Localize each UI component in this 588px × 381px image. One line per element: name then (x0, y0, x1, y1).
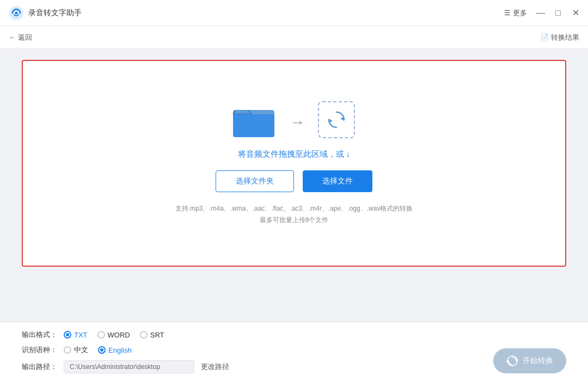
maximize-button[interactable]: □ (554, 9, 562, 17)
format-srt[interactable]: SRT (140, 331, 164, 339)
main-content: → 将音频文件拖拽至此区域，或 ↓ 选择文件夹 选择文件 支持.mp3、.m4a… (0, 49, 588, 322)
format-txt[interactable]: TXT (64, 331, 88, 339)
format-word[interactable]: WORD (97, 331, 130, 339)
format-srt-label: SRT (150, 331, 164, 339)
drop-zone[interactable]: → 将音频文件拖拽至此区域，或 ↓ 选择文件夹 选择文件 支持.mp3、.m4a… (22, 60, 566, 267)
format-label: 输出格式： (22, 330, 57, 340)
result-button[interactable]: 📄 转换结果 (540, 33, 579, 42)
change-path-button[interactable]: 更改路径 (201, 362, 229, 372)
menu-icon: ☰ (504, 9, 511, 17)
formats-line1: 支持.mp3、.m4a、.wma、.aac、.flac、.ac3、.m4r、.a… (175, 203, 413, 214)
convert-icon (326, 109, 347, 131)
format-word-radio[interactable] (97, 331, 105, 339)
lang-zh-label: 中文 (74, 345, 88, 355)
start-convert-button[interactable]: 开始转换 (493, 348, 566, 373)
svg-marker-5 (340, 116, 344, 121)
close-button[interactable]: ✕ (572, 9, 579, 17)
app-icon (9, 5, 24, 21)
settings-left: 输出格式： TXT WORD (22, 330, 229, 373)
arrow-icon: → (290, 114, 305, 131)
select-file-button[interactable]: 选择文件 (303, 170, 372, 192)
drop-instruction: 将音频文件拖拽至此区域，或 ↓ (238, 149, 351, 159)
back-button[interactable]: ← 返回 (9, 33, 32, 42)
lang-en[interactable]: English (98, 346, 132, 354)
lang-label: 识别语种： (22, 345, 57, 355)
result-label: 转换结果 (551, 33, 579, 42)
format-txt-label: TXT (74, 331, 88, 339)
back-icon: ← (9, 33, 16, 41)
menu-button[interactable]: ☰ 更多 (504, 8, 527, 18)
settings-and-start: 输出格式： TXT WORD (22, 330, 566, 373)
formats-line2: 最多可批量上传8个文件 (175, 214, 413, 225)
drop-icons: → (233, 101, 355, 138)
format-word-label: WORD (108, 331, 130, 339)
path-label: 输出路径： (22, 362, 57, 372)
convert-box (318, 101, 355, 138)
settings-bar: 输出格式： TXT WORD (0, 322, 588, 381)
start-icon (506, 355, 518, 367)
titlebar: 录音转文字助手 ☰ 更多 — □ ✕ (0, 0, 588, 26)
lang-zh-radio[interactable] (64, 346, 71, 354)
format-radio-group: TXT WORD SRT (64, 331, 164, 339)
format-srt-radio[interactable] (140, 331, 148, 339)
lang-radio-group: 中文 English (64, 345, 132, 355)
back-label: 返回 (18, 33, 32, 42)
svg-marker-6 (329, 119, 333, 123)
lang-en-radio[interactable] (98, 346, 106, 354)
titlebar-left: 录音转文字助手 (9, 5, 504, 21)
path-row: 输出路径： 更改路径 (22, 360, 229, 373)
format-txt-radio[interactable] (64, 331, 71, 339)
lang-en-label: English (108, 346, 132, 354)
folder-icon (233, 102, 277, 138)
start-label: 开始转换 (523, 356, 553, 366)
svg-rect-4 (233, 114, 274, 137)
lang-row: 识别语种： 中文 English (22, 345, 229, 355)
supported-formats: 支持.mp3、.m4a、.wma、.aac、.flac、.ac3、.m4r、.a… (175, 203, 413, 225)
select-folder-button[interactable]: 选择文件夹 (216, 170, 294, 192)
lang-zh[interactable]: 中文 (64, 345, 88, 355)
navbar: ← 返回 📄 转换结果 (0, 26, 588, 49)
menu-label: 更多 (513, 8, 527, 18)
action-buttons: 选择文件夹 选择文件 (216, 170, 372, 192)
titlebar-right: ☰ 更多 — □ ✕ (504, 8, 579, 18)
result-icon: 📄 (540, 33, 549, 41)
format-row: 输出格式： TXT WORD (22, 330, 229, 340)
app-title: 录音转文字助手 (28, 8, 82, 18)
minimize-button[interactable]: — (537, 9, 544, 17)
path-input[interactable] (64, 360, 194, 373)
svg-point-1 (15, 11, 18, 14)
